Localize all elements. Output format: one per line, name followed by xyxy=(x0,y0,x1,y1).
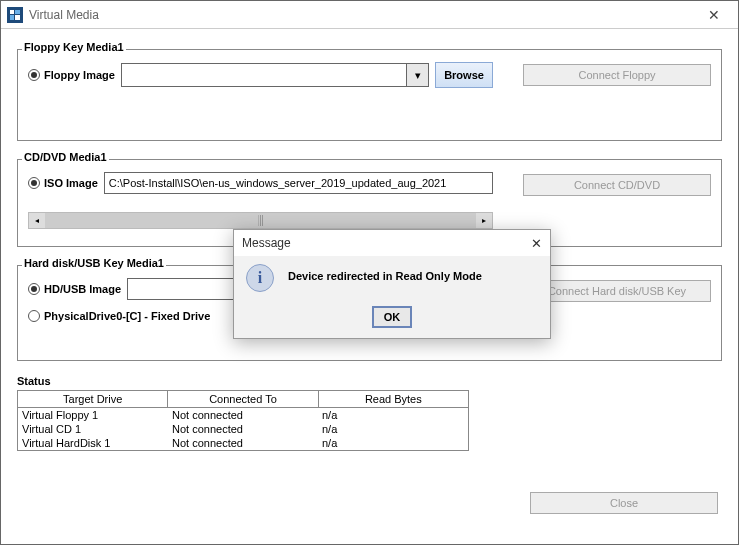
status-table: Target Drive Connected To Read Bytes Vir… xyxy=(17,390,469,451)
status-cell-connected: Not connected xyxy=(168,436,318,450)
status-cell-target: Virtual CD 1 xyxy=(18,422,168,436)
status-header-target: Target Drive xyxy=(18,391,168,407)
iso-image-input[interactable] xyxy=(104,172,493,194)
floppy-image-combobox[interactable]: ▾ xyxy=(121,63,429,87)
floppy-image-radio[interactable]: Floppy Image xyxy=(28,69,115,81)
status-header-bytes: Read Bytes xyxy=(319,391,468,407)
status-header-connected: Connected To xyxy=(168,391,318,407)
radio-icon xyxy=(28,310,40,322)
info-icon: i xyxy=(246,264,274,292)
dialog-ok-button[interactable]: OK xyxy=(372,306,412,328)
floppy-browse-button[interactable]: Browse xyxy=(435,62,493,88)
table-row: Virtual CD 1 Not connected n/a xyxy=(18,422,468,436)
svg-rect-0 xyxy=(10,10,14,14)
status-cell-bytes: n/a xyxy=(318,408,468,422)
status-cell-bytes: n/a xyxy=(318,422,468,436)
dialog-title: Message xyxy=(242,236,291,250)
window-close-button[interactable]: ✕ xyxy=(694,1,734,29)
radio-icon xyxy=(28,283,40,295)
scroll-right-icon[interactable]: ▸ xyxy=(476,213,492,228)
status-cell-target: Virtual Floppy 1 xyxy=(18,408,168,422)
floppy-radio-label: Floppy Image xyxy=(44,69,115,81)
hdusb-image-radio[interactable]: HD/USB Image xyxy=(28,283,121,295)
dialog-close-icon[interactable]: ✕ xyxy=(531,236,542,251)
connect-floppy-button[interactable]: Connect Floppy xyxy=(523,64,711,86)
scroll-left-icon[interactable]: ◂ xyxy=(29,213,45,228)
radio-icon xyxy=(28,177,40,189)
window-titlebar: Virtual Media ✕ xyxy=(1,1,738,29)
chevron-down-icon[interactable]: ▾ xyxy=(406,64,428,86)
app-icon xyxy=(7,7,23,23)
status-cell-connected: Not connected xyxy=(168,422,318,436)
connect-hdusb-button[interactable]: Connect Hard disk/USB Key xyxy=(523,280,711,302)
dialog-titlebar: Message ✕ xyxy=(234,230,550,256)
dialog-message: Device redirected in Read Only Mode xyxy=(288,270,482,282)
svg-rect-2 xyxy=(10,15,14,20)
svg-rect-1 xyxy=(15,10,20,14)
close-button[interactable]: Close xyxy=(530,492,718,514)
cddvd-horizontal-scrollbar[interactable]: ◂ ▸ xyxy=(28,212,493,229)
svg-rect-3 xyxy=(15,15,20,20)
floppy-image-input[interactable] xyxy=(122,64,406,86)
window-title: Virtual Media xyxy=(29,8,99,22)
status-cell-connected: Not connected xyxy=(168,408,318,422)
hdusb-panel-label: Hard disk/USB Key Media1 xyxy=(22,257,166,269)
iso-image-radio[interactable]: ISO Image xyxy=(28,177,98,189)
iso-radio-label: ISO Image xyxy=(44,177,98,189)
status-title: Status xyxy=(17,375,722,387)
physical-drive-radio[interactable]: PhysicalDrive0-[C] - Fixed Drive xyxy=(28,310,210,322)
floppy-panel: Floppy Key Media1 Floppy Image ▾ Browse … xyxy=(17,49,722,141)
message-dialog: Message ✕ i Device redirected in Read On… xyxy=(233,229,551,339)
floppy-panel-label: Floppy Key Media1 xyxy=(22,41,126,53)
hdusb-radio-label: HD/USB Image xyxy=(44,283,121,295)
physical-drive-label: PhysicalDrive0-[C] - Fixed Drive xyxy=(44,310,210,322)
radio-icon xyxy=(28,69,40,81)
table-row: Virtual Floppy 1 Not connected n/a xyxy=(18,408,468,422)
scroll-thumb[interactable] xyxy=(45,213,476,228)
connect-cddvd-button[interactable]: Connect CD/DVD xyxy=(523,174,711,196)
cddvd-panel-label: CD/DVD Media1 xyxy=(22,151,109,163)
table-row: Virtual HardDisk 1 Not connected n/a xyxy=(18,436,468,450)
status-cell-bytes: n/a xyxy=(318,436,468,450)
status-cell-target: Virtual HardDisk 1 xyxy=(18,436,168,450)
